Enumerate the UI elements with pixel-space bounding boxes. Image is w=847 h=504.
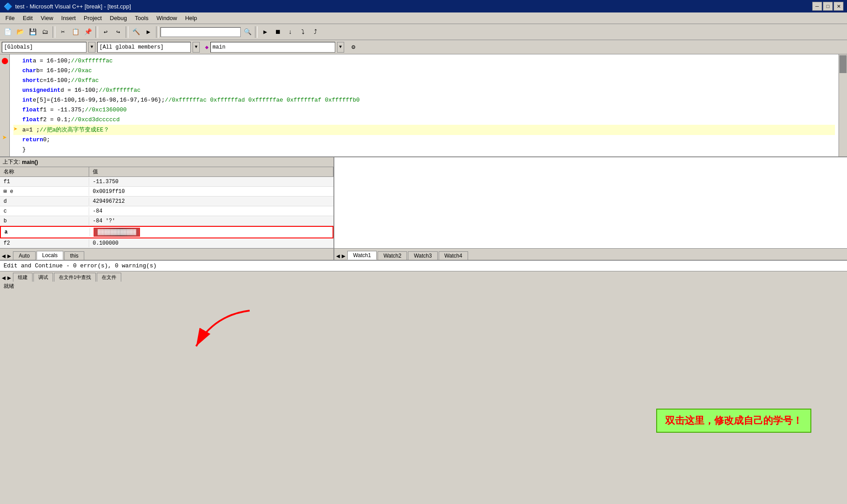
save-button[interactable]: 💾 — [27, 26, 38, 38]
members-dropdown[interactable]: [All global members] — [97, 42, 191, 53]
status-bar: 就绪 — [0, 281, 847, 291]
watch-panel: ◀ ▶ Watch1 Watch2 Watch3 Watch4 — [334, 157, 847, 260]
code-area-wrapper: ➤ int a = 16-100; //0xffffffac char b= 1… — [0, 54, 847, 156]
code-line-8: ➤ a=1 ;//把a的次高字节变成EE？ — [13, 125, 835, 135]
menu-view[interactable]: View — [37, 14, 57, 22]
sep2 — [95, 26, 98, 38]
output-tab-find1[interactable]: 在文件1中查找 — [54, 273, 96, 282]
tab-watch1[interactable]: Watch1 — [347, 251, 377, 260]
code-line-2: char b= 16-100; //0xac — [13, 66, 835, 76]
members-arrow[interactable]: ▼ — [193, 42, 200, 53]
debug-over[interactable]: ⤵ — [297, 26, 308, 38]
editor-scrollbar[interactable] — [839, 54, 847, 156]
locals-table: 名称 值 f1 -11.3750 ⊞ e 0x0019ff10 d 429496… — [0, 167, 333, 248]
locals-tabs: ◀ ▶ Auto Locals this — [0, 248, 333, 260]
output-panel: Edit and Continue - 0 error(s), 0 warnin… — [0, 260, 847, 282]
code-line-9: return 0; — [13, 135, 835, 145]
code-line-7: float f2 = 0.1; //0xcd3dcccccd — [13, 115, 835, 125]
minimize-button[interactable]: ─ — [812, 2, 822, 11]
run-button[interactable]: ▶ — [143, 26, 154, 38]
debug-step[interactable]: ↓ — [284, 26, 296, 38]
copy-button[interactable]: 📋 — [70, 26, 81, 38]
function-dropdown[interactable]: main — [210, 42, 335, 53]
tab-this[interactable]: this — [64, 251, 84, 260]
build-button[interactable]: 🔨 — [130, 26, 142, 38]
locals-scroll-left[interactable]: ◀ — [2, 252, 5, 260]
code-lines: int a = 16-100; //0xffffffac char b= 16-… — [10, 54, 839, 156]
menu-insert[interactable]: Insert — [58, 14, 79, 22]
scope-dropdown[interactable]: [Globals] — [2, 42, 86, 53]
breakpoint-indicator — [2, 58, 8, 64]
locals-row-c: c -84 — [0, 206, 333, 216]
output-tab-build[interactable]: 组建 — [13, 273, 33, 282]
menu-window[interactable]: Window — [153, 14, 181, 22]
output-tab-debug[interactable]: 调试 — [33, 273, 53, 282]
app-icon: 🔷 — [4, 2, 12, 11]
cut-button[interactable]: ✂ — [57, 26, 69, 38]
code-line-10: } — [13, 145, 835, 155]
locals-row-e: ⊞ e 0x0019ff10 — [0, 187, 333, 197]
close-button[interactable]: ✕ — [834, 2, 843, 11]
watch-scroll-left[interactable]: ◀ — [336, 252, 340, 260]
sep5 — [255, 26, 258, 38]
search-combo[interactable] — [160, 27, 241, 37]
redo-button[interactable]: ↪ — [112, 26, 124, 38]
debug-out[interactable]: ⤴ — [309, 26, 321, 38]
locals-panel: 上下文: main() 名称 值 f1 -11.3750 ⊞ e 0x0019f… — [0, 157, 334, 260]
tab-auto[interactable]: Auto — [13, 251, 36, 260]
bottom-area: 上下文: main() 名称 值 f1 -11.3750 ⊞ e 0x0019f… — [0, 156, 847, 281]
locals-row-f2: f2 0.100000 — [0, 238, 333, 248]
code-line-1: int a = 16-100; //0xffffffac — [13, 56, 835, 66]
output-tabs: ◀ ▶ 组建 调试 在文件1中查找 在文件 — [0, 271, 847, 282]
tab-watch3[interactable]: Watch3 — [408, 251, 437, 260]
undo-button[interactable]: ↩ — [100, 26, 111, 38]
locals-col-headers: 名称 值 — [0, 167, 333, 177]
locals-context-bar: 上下文: main() — [0, 157, 333, 167]
locals-row-d: d 4294967212 — [0, 197, 333, 206]
context-label: 上下文: — [3, 158, 20, 166]
debug-start[interactable]: ▶ — [259, 26, 271, 38]
open-button[interactable]: 📂 — [14, 26, 26, 38]
property-button[interactable]: ⚙ — [348, 41, 359, 53]
menu-tools[interactable]: Tools — [132, 14, 152, 22]
menu-project[interactable]: Project — [80, 14, 105, 22]
annotation-box[interactable]: 双击这里，修改成自己的学号！ — [656, 409, 811, 433]
tab-locals[interactable]: Locals — [37, 251, 64, 260]
code-line-6: float f1 = -11.375; //0xc1360000 — [13, 105, 835, 115]
output-scroll-left[interactable]: ◀ — [2, 274, 5, 282]
menu-bar: File Edit View Insert Project Debug Tool… — [0, 12, 847, 24]
title-bar-controls: ─ □ ✕ — [812, 2, 843, 11]
code-editor[interactable]: int a = 16-100; //0xffffffac char b= 16-… — [10, 54, 839, 156]
scope-arrow[interactable]: ▼ — [88, 42, 95, 53]
locals-scroll-right[interactable]: ▶ — [7, 252, 11, 260]
col-header-value: 值 — [89, 167, 333, 176]
code-line-3: short c=16-100; //0xffac — [13, 76, 835, 86]
menu-edit[interactable]: Edit — [19, 14, 36, 22]
menu-debug[interactable]: Debug — [106, 14, 130, 22]
function-arrow[interactable]: ▼ — [337, 42, 344, 53]
find-button[interactable]: 🔍 — [242, 26, 253, 38]
output-tab-find2[interactable]: 在文件 — [97, 273, 121, 282]
save-all-button[interactable]: 🗂 — [39, 26, 51, 38]
editor-scrollbar-thumb[interactable] — [839, 55, 847, 73]
menu-help[interactable]: Help — [181, 14, 201, 22]
arrow-annotation — [169, 306, 267, 361]
function-icon: ◆ — [205, 44, 209, 51]
menu-file[interactable]: File — [2, 14, 18, 22]
title-bar-left: 🔷 test - Microsoft Visual C++ [break] - … — [4, 2, 131, 11]
code-line-4: unsigned int d = 16-100; //0xffffffac — [13, 86, 835, 95]
output-content: Edit and Continue - 0 error(s), 0 warnin… — [0, 261, 847, 271]
dropdown-bar: [Globals] ▼ [All global members] ▼ ◆ mai… — [0, 40, 847, 54]
maximize-button[interactable]: □ — [823, 2, 833, 11]
paste-button[interactable]: 📌 — [82, 26, 94, 38]
output-scroll-right[interactable]: ▶ — [7, 274, 11, 282]
tab-watch4[interactable]: Watch4 — [439, 251, 468, 260]
tab-watch2[interactable]: Watch2 — [378, 251, 407, 260]
output-text: Edit and Continue - 0 error(s), 0 warnin… — [4, 262, 156, 269]
left-gutter: ➤ — [0, 54, 10, 156]
new-file-button[interactable]: 📄 — [2, 26, 13, 38]
locals-row-a[interactable]: a ▓▓▓▓▓▓▓▓▓▓▓▓ — [0, 226, 333, 238]
watch-content — [334, 157, 847, 248]
watch-scroll-right[interactable]: ▶ — [341, 252, 345, 260]
debug-stop[interactable]: ⏹ — [272, 26, 284, 38]
